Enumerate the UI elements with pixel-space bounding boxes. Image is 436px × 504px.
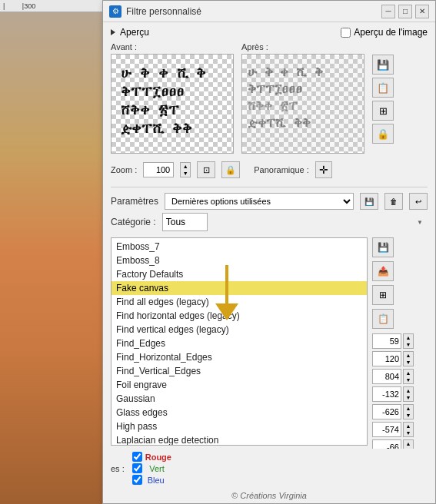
spinner-4[interactable] — [372, 386, 401, 402]
spinner-7-btns: ▲ ▼ — [403, 439, 414, 449]
spinner-row-5: ▲ ▼ — [372, 404, 428, 419]
watermark: © Créations Virginia — [103, 488, 435, 503]
save-preset-button[interactable]: 💾 — [372, 55, 394, 75]
collapse-icon[interactable] — [111, 29, 115, 35]
channels-row: es : Rouge Vert Bleu — [111, 452, 428, 485]
spinner-1-up[interactable]: ▲ — [404, 334, 413, 341]
apres-svg: ሁ ቅ ቀ ሺ ቅ ቅፐፐ፲ፀፀፀ ሸቅቀ ፳ፐ ዽቀፐሺ ቅቅ — [244, 56, 363, 152]
categorie-select[interactable]: Tous Contours Flous — [162, 213, 208, 231]
spinner-1[interactable] — [372, 333, 401, 349]
apercu-section: Aperçu Aperçu de l'image Avant : — [103, 22, 435, 184]
apercu-image-checkbox[interactable] — [341, 28, 351, 38]
apply-button[interactable]: 💾 — [372, 237, 394, 257]
spinner-row-6: ▲ ▼ — [372, 422, 428, 437]
filter-item-find-all[interactable]: Find all edges (legacy) — [111, 295, 367, 309]
filter-item-glass[interactable]: Glass edges — [111, 406, 367, 419]
zoom-up[interactable]: ▲ — [181, 163, 190, 170]
spinner-5-down[interactable]: ▼ — [404, 412, 413, 419]
close-button[interactable]: ✕ — [415, 5, 429, 18]
zoom-fit-button[interactable]: ⊡ — [197, 161, 215, 178]
filter-item-fake-canvas[interactable]: Fake canvas — [111, 281, 367, 295]
spinner-row-3: ▲ ▼ — [372, 369, 428, 384]
panoramique-button[interactable]: ✛ — [315, 161, 332, 178]
zoom-actual-button[interactable]: 🔒 — [221, 161, 240, 178]
apres-preview: ሁ ቅ ቀ ሺ ቅ ቅፐፐ፲ፀፀፀ ሸቅቀ ፳ፐ ዽቀፐሺ ቅቅ — [241, 54, 364, 154]
apercu-title-row: Aperçu — [111, 27, 149, 38]
spinner-4-up[interactable]: ▲ — [404, 387, 413, 394]
grid-button[interactable]: ⊞ — [372, 101, 394, 121]
spinner-6[interactable] — [372, 422, 401, 437]
spinner-6-up[interactable]: ▲ — [404, 423, 413, 429]
spinner-3[interactable] — [372, 369, 401, 384]
window-controls: ─ □ ✕ — [381, 5, 429, 18]
apercu-label: Aperçu — [120, 27, 149, 38]
separator-1 — [111, 187, 428, 187]
params-save-button[interactable]: 💾 — [360, 193, 378, 210]
load-preset-button[interactable]: 📋 — [372, 78, 394, 98]
spinner-5[interactable] — [372, 404, 401, 419]
title-bar: ⚙ Filtre personnalisé ─ □ ✕ — [103, 1, 435, 22]
spinner-6-btns: ▲ ▼ — [403, 422, 414, 437]
spinner-row-4: ▲ ▼ — [372, 386, 428, 402]
avant-svg: ሁ ቅ ቀ ሺ ቅ ቅፐፐ፲ፀፀፀ ሸቅቀ ፳ፐ ዽቀፐሺ ቅቅ — [113, 56, 232, 152]
filter-item-emboss7[interactable]: Emboss_7 — [111, 240, 367, 254]
spinner-3-down[interactable]: ▼ — [404, 376, 413, 383]
ruler: | |300 — [0, 0, 102, 12]
params-select[interactable]: Dernières options utilisées — [165, 193, 354, 210]
channel-rouge-label: Rouge — [145, 453, 171, 462]
params-delete-button[interactable]: 🗑 — [384, 193, 403, 210]
filter-item-find-horiz[interactable]: Find horizontal edges (legacy) — [111, 309, 367, 323]
channels-section: es : Rouge Vert Bleu — [103, 449, 435, 488]
filter-item-find-edges[interactable]: Find_Edges — [111, 337, 367, 350]
filter-item-find-vert[interactable]: Find vertical edges (legacy) — [111, 323, 367, 337]
lock2-button[interactable]: 📋 — [372, 309, 394, 329]
channel-vert-row: Vert — [132, 463, 171, 473]
load-button[interactable]: 📤 — [372, 261, 394, 281]
spinner-4-down[interactable]: ▼ — [404, 394, 413, 401]
filter-item-laplacian[interactable]: Laplacian edge detection — [111, 433, 367, 445]
lock-button[interactable]: 🔒 — [372, 124, 394, 144]
spinner-7-up[interactable]: ▲ — [404, 440, 413, 447]
channel-rouge-checkbox[interactable] — [132, 452, 142, 462]
zoom-input[interactable]: 100 — [143, 162, 174, 177]
filter-item-gaussian[interactable]: Gaussian — [111, 392, 367, 406]
spinner-2-up[interactable]: ▲ — [404, 352, 413, 359]
spinners-area: ▲ ▼ ▲ ▼ ▲ ▼ — [372, 333, 428, 449]
maximize-button[interactable]: □ — [398, 5, 412, 18]
channels-label: es : — [111, 464, 125, 473]
svg-rect-10 — [244, 56, 363, 152]
spinner-1-btns: ▲ ▼ — [403, 333, 414, 349]
channel-vert-checkbox[interactable] — [132, 463, 142, 473]
spinner-7[interactable] — [372, 439, 401, 449]
grid2-button[interactable]: ⊞ — [372, 285, 394, 305]
apercu-image-label: Aperçu de l'image — [354, 27, 428, 38]
filter-item-find-vert-edges[interactable]: Find_Vertical_Edges — [111, 364, 367, 378]
spinner-6-down[interactable]: ▼ — [404, 429, 413, 436]
filter-item-foil[interactable]: Foil engrave — [111, 378, 367, 392]
params-extra-button[interactable]: ↩ — [409, 193, 428, 210]
spinner-1-down[interactable]: ▼ — [404, 341, 413, 348]
filter-item-factory-defaults[interactable]: Factory Defaults — [111, 267, 367, 281]
apercu-checkbox-row: Aperçu de l'image — [341, 27, 428, 38]
minimize-button[interactable]: ─ — [381, 5, 395, 18]
filter-item-find-horiz-edges[interactable]: Find_Horizontal_Edges — [111, 350, 367, 364]
filter-list: Emboss_7 Emboss_8 Factory Defaults Fake … — [111, 238, 367, 445]
zoom-down[interactable]: ▼ — [181, 170, 190, 177]
avant-label: Avant : — [111, 42, 234, 51]
spinner-2[interactable] — [372, 351, 401, 366]
spinner-3-up[interactable]: ▲ — [404, 370, 413, 376]
apres-container: Après : ሁ ቅ ቀ ሺ ቅ ቅፐፐ፲ፀፀፀ ሸቅቀ ፳ፐ ዽቀፐሺ ቅቅ — [241, 42, 364, 154]
avant-preview: ሁ ቅ ቀ ሺ ቅ ቅፐፐ፲ፀፀፀ ሸቅቀ ፳ፐ ዽቀፐሺ ቅቅ — [111, 54, 234, 154]
channel-bleu-checkbox[interactable] — [132, 475, 142, 485]
spinner-2-down[interactable]: ▼ — [404, 359, 413, 366]
action-buttons: 💾 📤 ⊞ 📋 — [372, 237, 428, 330]
spinner-5-up[interactable]: ▲ — [404, 405, 413, 412]
categorie-wrapper: Tous Contours Flous — [162, 213, 428, 231]
filter-item-emboss8[interactable]: Emboss_8 — [111, 254, 367, 267]
filter-item-highpass[interactable]: High pass — [111, 419, 367, 433]
zoom-label: Zoom : — [111, 165, 137, 174]
svg-text:ሸቅቀ ፳ፐ: ሸቅቀ ፳ፐ — [121, 101, 179, 118]
channel-bleu-row: Bleu — [132, 475, 171, 485]
main-content: Emboss_7 Emboss_8 Factory Defaults Fake … — [103, 234, 435, 449]
background-image: | |300 — [0, 0, 102, 504]
